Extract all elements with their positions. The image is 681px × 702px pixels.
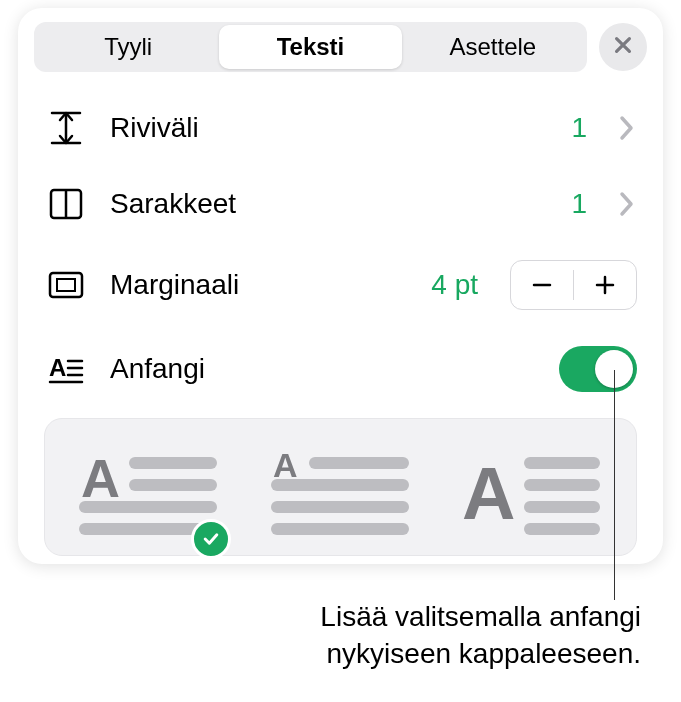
margin-icon <box>46 265 86 305</box>
line-spacing-value: 1 <box>571 112 587 144</box>
margin-increase-button[interactable] <box>574 260 636 310</box>
tab-style[interactable]: Tyyli <box>37 25 219 69</box>
dropcap-toggle[interactable] <box>559 346 637 392</box>
callout-line <box>614 370 615 600</box>
columns-value: 1 <box>571 188 587 220</box>
svg-rect-20 <box>309 457 409 469</box>
margin-row: Marginaali 4 pt <box>18 242 663 328</box>
margin-label: Marginaali <box>110 269 407 301</box>
svg-text:A: A <box>81 448 120 508</box>
svg-rect-4 <box>50 273 82 297</box>
tab-text[interactable]: Teksti <box>219 25 401 69</box>
svg-rect-15 <box>129 457 217 469</box>
selected-check-icon <box>191 519 231 559</box>
svg-rect-27 <box>524 501 600 513</box>
caption-line-2: nykyiseen kappaleeseen. <box>320 636 641 672</box>
svg-text:A: A <box>462 452 515 535</box>
text-format-panel: Tyyli Teksti Asettele Riviväli 1 <box>18 8 663 564</box>
dropcap-style-options: A A <box>44 418 637 556</box>
dropcap-icon: A <box>46 349 86 389</box>
margin-value: 4 pt <box>431 269 478 301</box>
dropcap-style-3[interactable]: A <box>462 447 602 547</box>
close-button[interactable] <box>599 23 647 71</box>
svg-rect-17 <box>79 501 217 513</box>
svg-rect-16 <box>129 479 217 491</box>
svg-rect-23 <box>271 523 409 535</box>
line-spacing-label: Riviväli <box>110 112 547 144</box>
caption-text: Lisää valitsemalla anfangi nykyiseen kap… <box>320 599 641 672</box>
margin-decrease-button[interactable] <box>511 260 573 310</box>
caption-line-1: Lisää valitsemalla anfangi <box>320 599 641 635</box>
svg-text:A: A <box>49 354 66 381</box>
svg-text:A: A <box>273 447 298 484</box>
line-spacing-icon <box>46 108 86 148</box>
svg-rect-26 <box>524 479 600 491</box>
chevron-right-icon <box>619 190 637 218</box>
dropcap-style-2[interactable]: A <box>271 447 411 547</box>
close-icon <box>612 34 634 60</box>
columns-label: Sarakkeet <box>110 188 547 220</box>
chevron-right-icon <box>619 114 637 142</box>
line-spacing-row[interactable]: Riviväli 1 <box>18 90 663 166</box>
svg-rect-21 <box>271 479 409 491</box>
tab-bar: Tyyli Teksti Asettele <box>34 22 587 72</box>
panel-header: Tyyli Teksti Asettele <box>18 8 663 72</box>
tab-arrange[interactable]: Asettele <box>402 25 584 69</box>
columns-row[interactable]: Sarakkeet 1 <box>18 166 663 242</box>
svg-rect-28 <box>524 523 600 535</box>
svg-rect-22 <box>271 501 409 513</box>
columns-icon <box>46 184 86 224</box>
dropcap-style-1[interactable]: A <box>79 447 219 547</box>
margin-stepper <box>510 260 637 310</box>
svg-rect-25 <box>524 457 600 469</box>
dropcap-label: Anfangi <box>110 353 535 385</box>
svg-rect-5 <box>57 279 75 291</box>
dropcap-row: A Anfangi <box>18 328 663 410</box>
settings-rows: Riviväli 1 Sarakkeet 1 <box>18 72 663 556</box>
